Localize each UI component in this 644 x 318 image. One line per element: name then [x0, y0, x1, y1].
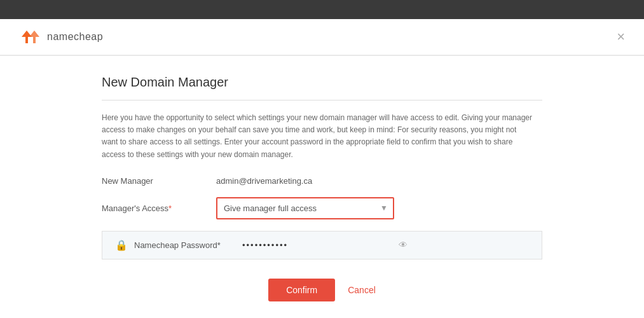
logo-text: namecheap — [47, 31, 103, 43]
access-row: Manager's Access* Give manager full acce… — [102, 197, 542, 219]
header: namecheap × — [0, 19, 644, 56]
main-content: New Domain Manager Here you have the opp… — [0, 56, 644, 318]
cancel-button[interactable]: Cancel — [348, 285, 376, 295]
buttons-row: Confirm Cancel — [102, 279, 542, 301]
new-manager-row: New Manager admin@drivemarketing.ca — [102, 176, 542, 186]
password-field-wrapper: 👁 — [242, 239, 408, 251]
access-label: Manager's Access* — [102, 204, 216, 213]
access-select[interactable]: Give manager full access Give manager li… — [216, 197, 394, 219]
description-text: Here you have the opportunity to select … — [102, 112, 534, 161]
confirm-button[interactable]: Confirm — [268, 279, 335, 301]
divider — [102, 100, 542, 100]
new-manager-label: New Manager — [102, 176, 216, 186]
logo-area: namecheap — [19, 28, 103, 46]
lock-icon: 🔒 — [115, 239, 128, 251]
namecheap-logo-icon — [19, 28, 42, 46]
password-label: Namecheap Password* — [134, 240, 242, 250]
password-section: 🔒 Namecheap Password* 👁 — [102, 231, 542, 259]
page-title: New Domain Manager — [102, 75, 542, 90]
new-manager-value: admin@drivemarketing.ca — [216, 176, 312, 186]
password-input[interactable] — [242, 240, 408, 250]
access-select-wrapper: Give manager full access Give manager li… — [216, 197, 394, 219]
top-bar — [0, 0, 644, 19]
close-button[interactable]: × — [617, 30, 625, 44]
eye-icon[interactable]: 👁 — [399, 240, 408, 250]
